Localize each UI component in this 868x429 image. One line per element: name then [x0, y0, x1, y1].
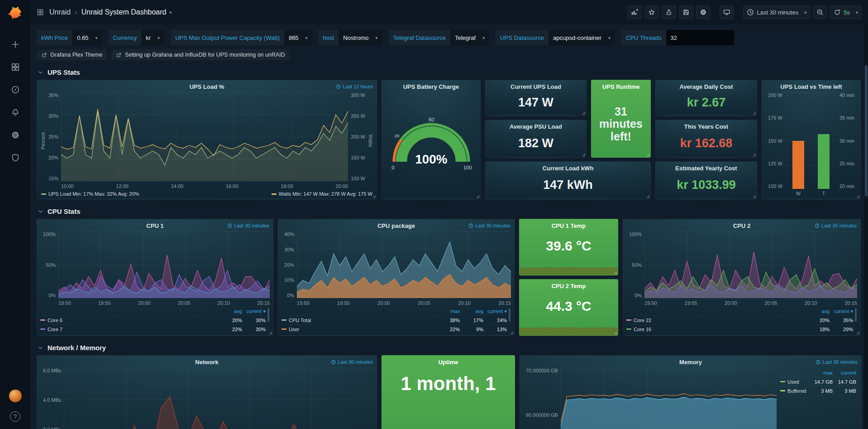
load-vs-time-chart[interactable]: 200 W175 W150 W125 W100 WWT40 min35 min3…	[762, 91, 860, 199]
caret-down-icon[interactable]: ▾	[856, 10, 858, 15]
alerting-bell-icon[interactable]	[11, 108, 20, 117]
create-icon[interactable]	[11, 40, 20, 49]
plot-area[interactable]	[561, 368, 777, 429]
panel-time-range-badge[interactable]: Last 12 hours	[336, 84, 373, 89]
cpu2-chart[interactable]: 100%50%0%19:5019:5520:0020:0520:1020:15a…	[623, 230, 860, 335]
plot-area[interactable]	[58, 231, 270, 298]
link-ups-monitoring-guide[interactable]: Setting up Grafana and InfluxDB for UPS …	[111, 49, 290, 60]
explore-icon[interactable]	[11, 85, 20, 94]
legend-row[interactable]: Buffered3 MB3 MB	[780, 386, 856, 395]
panel-title[interactable]: Average PSU Load	[510, 123, 562, 130]
zoom-out-button[interactable]	[813, 5, 827, 19]
panel-title[interactable]: UPS Runtime	[602, 83, 639, 90]
plot-area[interactable]	[644, 231, 857, 298]
legend-scrollbar[interactable]	[855, 308, 857, 322]
plot-area[interactable]	[785, 92, 837, 189]
panel-title[interactable]: CPU 2 Temp	[552, 283, 586, 289]
caret-down-icon[interactable]: ▾	[169, 10, 172, 15]
memory-chart[interactable]: 70.000000 GB60.000000 GB50.000000 GB19:5…	[520, 366, 861, 429]
panel-title[interactable]: Network	[195, 359, 218, 366]
cycle-view-monitor-button[interactable]	[720, 5, 734, 19]
panel-title[interactable]: Uptime	[438, 359, 458, 366]
cpu1-chart[interactable]: 100%50%0%19:5019:5520:0020:0520:1020:15a…	[37, 230, 273, 335]
breadcrumb-current[interactable]: Unraid System Dashboard	[81, 8, 167, 16]
user-avatar[interactable]	[9, 390, 22, 402]
legend-item[interactable]: Watts Min: 147 W Max: 278 W Avg: 175 W	[272, 191, 372, 197]
legend-sort-avg[interactable]: avg	[806, 308, 830, 314]
cpu-package-chart[interactable]: 40%30%20%10%0%19:5019:5520:0020:0520:102…	[278, 230, 514, 335]
dashboards-icon[interactable]	[11, 63, 20, 72]
plot-area[interactable]	[61, 92, 348, 181]
panel-title[interactable]: CPU 1	[146, 222, 163, 229]
dashboard-settings-button[interactable]	[696, 5, 711, 19]
panel-title[interactable]: UPS Load vs Time left	[780, 83, 842, 90]
legend-sort-avg[interactable]: avg	[460, 308, 483, 314]
ups-load-chart[interactable]: Percent35%30%25%20%15%10:0012:0014:0016:…	[37, 91, 377, 199]
bar-w[interactable]	[792, 141, 804, 189]
link-grafana-plex-theme[interactable]: Grafana Plex Theme	[37, 49, 107, 60]
legend-sort-current[interactable]: current ▾	[830, 308, 853, 314]
configuration-gear-icon[interactable]	[11, 130, 20, 140]
legend-row[interactable]: CPU Total38%17%24%	[281, 315, 507, 324]
section-header-ups-stats[interactable]: UPS Stats	[37, 65, 862, 80]
breadcrumb-root[interactable]: Unraid	[49, 8, 71, 16]
legend-sort-max[interactable]: max	[436, 308, 460, 314]
legend-sort-avg[interactable]: avg	[219, 308, 242, 314]
server-admin-shield-icon[interactable]	[11, 153, 20, 162]
panel-title[interactable]: UPS Battery Charge	[403, 83, 459, 90]
panel-title[interactable]: Memory	[679, 359, 702, 366]
panel-title[interactable]: Estimated Yearly Cost	[675, 165, 737, 172]
plot-area[interactable]	[64, 368, 373, 429]
legend-sort-current[interactable]: current ▾	[242, 308, 266, 314]
scrollbar-thumb[interactable]	[865, 65, 868, 197]
section-header-cpu-stats[interactable]: CPU Stats	[37, 204, 862, 219]
legend-row[interactable]: Core 1618%29%	[626, 324, 853, 333]
legend-scrollbar[interactable]	[509, 308, 510, 322]
panel-time-range-badge[interactable]: Last 30 minutes	[816, 359, 858, 365]
panel-title[interactable]: CPU package	[377, 222, 415, 229]
legend-row[interactable]: Core 722%30%	[40, 324, 266, 333]
legend-sort-max[interactable]: max	[809, 370, 833, 376]
variable-value-dropdown[interactable]: Nostromo▾	[339, 30, 382, 45]
grafana-logo[interactable]	[7, 5, 24, 22]
share-button[interactable]	[662, 5, 676, 19]
time-range-picker[interactable]: Last 30 minutes ▾	[743, 5, 810, 19]
network-chart[interactable]: 6.0 MBs4.0 MBs2.0 MBs0 MBs19:5019:5520:0…	[37, 366, 377, 429]
add-panel-button[interactable]	[627, 5, 642, 19]
variable-value-dropdown[interactable]: 0.65▾	[72, 30, 102, 45]
panel-title[interactable]: CPU 1 Temp	[552, 222, 586, 229]
panel-time-range-badge[interactable]: Last 30 minutes	[331, 359, 373, 365]
variable-value-dropdown[interactable]: Telegraf▾	[450, 30, 489, 45]
refresh-button[interactable]: 5s ▾	[830, 5, 862, 19]
refresh-interval-label[interactable]: 5s	[844, 9, 850, 16]
panel-title[interactable]: CPU 2	[733, 222, 750, 229]
legend-row[interactable]: Core 620%30%	[40, 315, 266, 324]
panel-time-range-badge[interactable]: Last 30 minutes	[227, 223, 269, 228]
legend-scrollbar[interactable]	[267, 308, 269, 322]
panel-title[interactable]: Current Load kWh	[543, 165, 594, 172]
y-axis-label: 150 W	[351, 155, 365, 160]
variable-value-dropdown[interactable]: 865▾	[284, 30, 312, 45]
panel-time-range-badge[interactable]: Last 30 minutes	[468, 223, 510, 228]
panel-time-range-badge[interactable]: Last 30 minutes	[815, 223, 857, 228]
panel-title[interactable]: This Years Cost	[684, 123, 728, 130]
page-scrollbar[interactable]	[864, 24, 868, 429]
panel-title[interactable]: UPS Load %	[190, 83, 224, 90]
plot-area[interactable]	[297, 231, 511, 298]
variable-value-dropdown[interactable]: kr▾	[141, 30, 164, 45]
section-header-network-memory[interactable]: Network / Memory	[37, 340, 862, 355]
save-dashboard-button[interactable]	[679, 5, 693, 19]
variable-value-dropdown[interactable]: apcupsd-container▾	[548, 30, 615, 45]
bar-t[interactable]	[818, 134, 830, 189]
panel-title[interactable]: Current UPS Load	[510, 83, 561, 90]
legend-row[interactable]: Core 2220%35%	[626, 315, 853, 324]
help-icon[interactable]: ?	[10, 411, 20, 422]
legend-sort-current[interactable]: current	[833, 370, 856, 376]
legend-row[interactable]: User22%9%13%	[281, 324, 507, 333]
cpu-threads-input[interactable]	[666, 30, 734, 45]
legend-item[interactable]: UPS Load Min: 17% Max: 32% Avg: 20%	[41, 191, 139, 197]
panel-title[interactable]: Average Daily Cost	[679, 83, 733, 90]
legend-row[interactable]: Used14.7 GB14.7 GB	[780, 377, 856, 386]
favorite-star-button[interactable]	[644, 5, 659, 19]
legend-sort-current[interactable]: current ▾	[483, 308, 507, 314]
